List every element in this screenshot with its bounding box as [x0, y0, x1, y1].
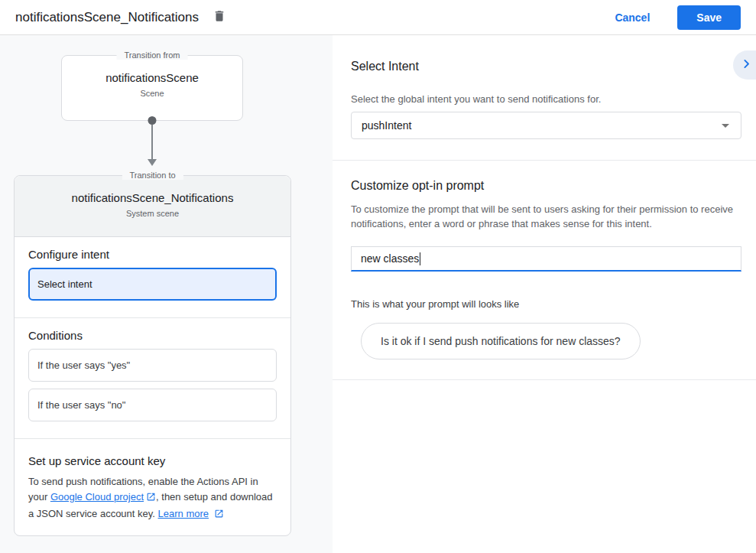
to-scene-name: notificationsScene_Notifications — [22, 191, 283, 204]
page-title: notificationsScene_Notifications — [15, 10, 199, 25]
google-cloud-project-link[interactable]: Google Cloud project — [50, 491, 144, 503]
cancel-button[interactable]: Cancel — [615, 11, 650, 24]
save-button[interactable]: Save — [677, 5, 741, 30]
intent-detail-panel: Select Intent Select the global intent y… — [333, 35, 756, 553]
delete-scene-button[interactable] — [213, 9, 226, 25]
main-content: Transition from notificationsScene Scene… — [0, 35, 756, 553]
chevron-right-icon — [740, 57, 753, 73]
select-intent-description: Select the global intent you want to sen… — [351, 93, 741, 105]
conditions-section: Conditions If the user says "yes" If the… — [15, 318, 290, 438]
text-cursor — [420, 252, 420, 265]
configure-intent-section: Configure intent Select intent — [15, 237, 290, 317]
arrow-line — [151, 125, 153, 159]
transition-arrow — [61, 121, 243, 166]
transition-to-card: Transition to notificationsScene_Notific… — [14, 175, 291, 536]
from-scene-type: Scene — [62, 89, 242, 98]
opt-in-prompt-input-value: new classes — [361, 252, 419, 265]
select-intent-item[interactable]: Select intent — [28, 268, 277, 301]
transition-from-node[interactable]: Transition from notificationsScene Scene — [61, 55, 243, 121]
configure-intent-heading: Configure intent — [28, 248, 277, 261]
service-key-section: Set up service account key To send push … — [15, 439, 290, 535]
scene-flow-panel: Transition from notificationsScene Scene… — [0, 35, 333, 553]
dropdown-caret-icon — [722, 124, 729, 128]
conditions-heading: Conditions — [28, 329, 277, 342]
service-key-heading: Set up service account key — [28, 454, 277, 467]
to-scene-type: System scene — [22, 209, 283, 218]
connector-dot — [148, 116, 157, 125]
transition-from-legend: Transition from — [117, 50, 188, 60]
intent-dropdown-value: pushIntent — [362, 119, 411, 132]
opt-in-prompt-section: Customize opt-in prompt To customize the… — [333, 161, 756, 359]
top-bar: notificationsScene_Notifications Cancel … — [0, 0, 756, 35]
arrow-head-icon — [148, 159, 157, 166]
external-link-icon[interactable] — [214, 508, 224, 523]
service-key-text: To send push notifications, enable the A… — [28, 474, 277, 523]
external-link-icon[interactable] — [146, 491, 156, 506]
opt-in-prompt-heading: Customize opt-in prompt — [351, 179, 741, 193]
opt-in-prompt-description: To customize the prompt that will be sen… — [351, 202, 741, 231]
intent-dropdown[interactable]: pushIntent — [351, 112, 741, 139]
from-scene-name: notificationsScene — [62, 71, 242, 84]
opt-in-prompt-input[interactable]: new classes — [351, 246, 741, 272]
select-intent-detail-heading: Select Intent — [351, 60, 741, 73]
transition-to-legend: Transition to — [122, 171, 183, 180]
condition-item-yes[interactable]: If the user says "yes" — [28, 349, 277, 382]
panel-divider — [333, 379, 756, 380]
condition-item-no[interactable]: If the user says "no" — [28, 389, 277, 421]
to-scene-header: notificationsScene_Notifications System … — [15, 176, 290, 237]
prompt-preview-bubble: Is it ok if I send push notifications fo… — [361, 323, 641, 359]
learn-more-link[interactable]: Learn more — [158, 508, 209, 519]
trash-icon — [213, 9, 226, 25]
preview-label: This is what your prompt will looks like — [351, 298, 741, 310]
collapse-panel-button[interactable] — [733, 50, 756, 80]
select-intent-detail-section: Select Intent Select the global intent y… — [333, 35, 756, 139]
